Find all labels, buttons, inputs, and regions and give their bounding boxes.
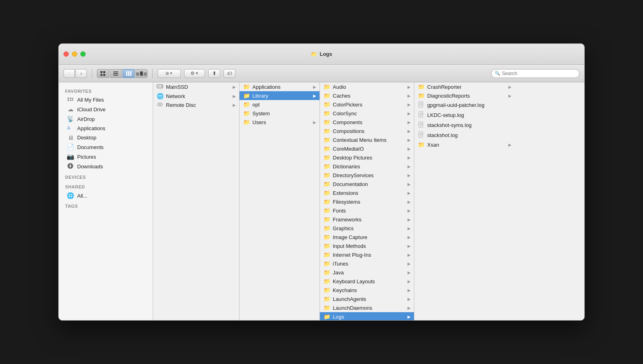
- internet-plug-ins-label: Internet Plug-Ins: [333, 252, 405, 258]
- col3-components[interactable]: 📁 Components ▶: [320, 118, 414, 127]
- col3-dictionaries[interactable]: 📁 Dictionaries ▶: [320, 162, 414, 171]
- dictionaries-icon: 📁: [323, 163, 330, 170]
- col3-filesystems[interactable]: 📁 Filesystems ▶: [320, 197, 414, 206]
- tag-button[interactable]: 🏷: [223, 69, 235, 78]
- svg-rect-15: [68, 100, 69, 101]
- applications-folder-icon: 📁: [243, 84, 250, 90]
- col3-caches[interactable]: 📁 Caches ▶: [320, 91, 414, 100]
- action-chevron-icon: ▼: [195, 72, 199, 75]
- col3-keyboard-layouts[interactable]: 📁 Keyboard Layouts ▶: [320, 277, 414, 286]
- search-bar[interactable]: 🔍: [491, 69, 580, 78]
- col2-opt[interactable]: 📁 opt: [240, 100, 319, 109]
- documentation-chevron: ▶: [408, 182, 411, 186]
- col1-mainssd[interactable]: MainSSD ▶: [153, 82, 239, 92]
- search-input[interactable]: [502, 71, 576, 76]
- desktop-icon: 🖥: [67, 134, 74, 141]
- col2-users[interactable]: 📁 Users ▶: [240, 118, 319, 127]
- pictures-label: Pictures: [77, 154, 96, 160]
- forward-button[interactable]: ›: [76, 69, 87, 78]
- svg-rect-12: [144, 72, 147, 76]
- col3-audio[interactable]: 📁 Audio ▶: [320, 82, 414, 91]
- col3-colorpickers[interactable]: 📁 ColorPickers ▶: [320, 100, 414, 109]
- col3-keychains[interactable]: 📁 Keychains ▶: [320, 286, 414, 294]
- share-button[interactable]: ⬆: [208, 69, 220, 78]
- col3-documentation[interactable]: 📁 Documentation ▶: [320, 180, 414, 188]
- col4-gpgmail[interactable]: gpgmail-uuid-patcher.log: [414, 100, 515, 110]
- sidebar-item-downloads[interactable]: Downloads: [60, 162, 151, 172]
- col2-library[interactable]: 📁 Library ▶: [240, 91, 319, 100]
- gear-icon: ⚙: [190, 71, 195, 76]
- col3-input-methods[interactable]: 📁 Input Methods ▶: [320, 241, 414, 250]
- compositions-chevron: ▶: [408, 129, 411, 133]
- svg-rect-0: [100, 71, 102, 73]
- col3-contextual-menu[interactable]: 📁 Contextual Menu Items ▶: [320, 135, 414, 144]
- window-title-text: Logs: [319, 51, 332, 57]
- col2-system[interactable]: 📁 System: [240, 109, 319, 118]
- crashreporter-icon: 📁: [418, 84, 425, 90]
- library-chevron: ▶: [313, 94, 316, 98]
- caches-chevron: ▶: [408, 94, 411, 98]
- image-capture-icon: 📁: [323, 234, 330, 240]
- col4-crashreporter[interactable]: 📁 CrashReporter ▶: [414, 82, 515, 91]
- internet-plug-ins-chevron: ▶: [408, 253, 411, 257]
- col3-frameworks[interactable]: 📁 Frameworks ▶: [320, 215, 414, 224]
- view-list-button[interactable]: [110, 69, 122, 78]
- col3-colorsync[interactable]: 📁 ColorSync ▶: [320, 109, 414, 118]
- keyboard-layouts-label: Keyboard Layouts: [333, 278, 405, 284]
- action-button[interactable]: ⚙ ▼: [184, 69, 205, 78]
- col3-launchdaemons[interactable]: 📁 LaunchDaemons ▶: [320, 303, 414, 312]
- col3-image-capture[interactable]: 📁 Image Capture ▶: [320, 233, 414, 241]
- col3-directoryservices[interactable]: 📁 DirectoryServices ▶: [320, 171, 414, 180]
- col3-java[interactable]: 📁 Java ▶: [320, 268, 414, 277]
- gpgmail-icon: [418, 101, 425, 109]
- col4-stackshot-syms[interactable]: stackshot-syms.log: [414, 120, 515, 130]
- documentation-icon: 📁: [323, 181, 330, 187]
- col1-network[interactable]: 🌐 Network ▶: [153, 92, 239, 100]
- view-coverflow-button[interactable]: [135, 69, 147, 78]
- traffic-lights: [63, 51, 86, 57]
- col1-remote-disc[interactable]: Remote Disc ▶: [153, 100, 239, 110]
- arrange-icon: ⊞: [166, 71, 169, 76]
- logs-chevron: ▶: [408, 315, 411, 319]
- minimize-button[interactable]: [72, 51, 77, 57]
- col4-xsan[interactable]: 📁 Xsan ▶: [414, 140, 515, 149]
- col2-applications[interactable]: 📁 Applications ▶: [240, 82, 319, 91]
- sidebar-item-pictures[interactable]: 📷 Pictures: [60, 152, 151, 162]
- network-icon: 🌐: [156, 93, 164, 99]
- sidebar-item-all-my-files[interactable]: All My Files: [60, 95, 151, 104]
- col3-compositions[interactable]: 📁 Compositions ▶: [320, 127, 414, 135]
- stackshot-syms-icon: [418, 121, 425, 129]
- col4-diagnosticreports[interactable]: 📁 DiagnosticReports ▶: [414, 91, 515, 100]
- crashreporter-label: CrashReporter: [427, 84, 506, 90]
- sidebar-item-airdrop[interactable]: 📡 AirDrop: [60, 114, 151, 124]
- caches-icon: 📁: [323, 92, 330, 99]
- opt-folder-icon: 📁: [243, 101, 250, 108]
- sidebar-item-documents[interactable]: 📄 Documents: [60, 142, 151, 152]
- components-label: Components: [333, 119, 405, 125]
- col3-graphics[interactable]: 📁 Graphics ▶: [320, 224, 414, 233]
- view-icon-button[interactable]: [97, 69, 109, 78]
- col3-fonts[interactable]: 📁 Fonts ▶: [320, 206, 414, 215]
- col3-itunes[interactable]: 📁 iTunes ▶: [320, 259, 414, 268]
- contextual-menu-chevron: ▶: [408, 138, 411, 142]
- sidebar-item-icloud-drive[interactable]: ☁ iCloud Drive: [60, 104, 151, 114]
- sidebar-item-applications[interactable]: A Applications: [60, 124, 151, 133]
- fullscreen-button[interactable]: [80, 51, 86, 57]
- col3-internet-plug-ins[interactable]: 📁 Internet Plug-Ins ▶: [320, 250, 414, 259]
- sidebar-item-desktop[interactable]: 🖥 Desktop: [60, 133, 151, 142]
- col4-stackshot[interactable]: stackshot.log: [414, 130, 515, 140]
- col3-extensions[interactable]: 📁 Extensions ▶: [320, 188, 414, 197]
- xsan-label: Xsan: [427, 142, 506, 148]
- col3-logs[interactable]: 📁 Logs ▶: [320, 312, 414, 320]
- keychains-icon: 📁: [323, 287, 330, 293]
- col3-launchagents[interactable]: 📁 LaunchAgents ▶: [320, 294, 414, 303]
- sidebar-item-all-shared[interactable]: 🌐 All...: [60, 191, 151, 200]
- arrange-button[interactable]: ⊞ ▼: [158, 69, 181, 78]
- col3-coremediaio[interactable]: 📁 CoreMediaIO ▶: [320, 144, 414, 153]
- close-button[interactable]: [63, 51, 69, 57]
- back-button[interactable]: ‹: [63, 69, 75, 78]
- coremediaio-chevron: ▶: [408, 147, 411, 151]
- col4-lkdc-setup[interactable]: LKDC-setup.log: [414, 110, 515, 120]
- col3-desktop-pictures[interactable]: 📁 Desktop Pictures ▶: [320, 153, 414, 162]
- view-column-button[interactable]: [123, 69, 135, 78]
